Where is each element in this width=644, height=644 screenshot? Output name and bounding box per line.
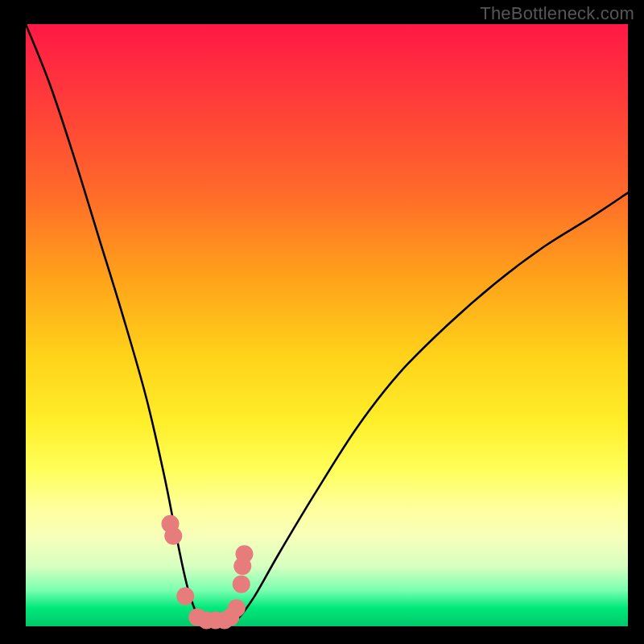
- highlight-dot: [164, 527, 182, 545]
- highlight-dot: [228, 600, 246, 617]
- highlight-dot: [233, 576, 250, 593]
- bottleneck-curve-path: [26, 24, 628, 627]
- highlight-dot: [236, 545, 254, 563]
- curve-layer: [0, 0, 644, 644]
- chart-frame: TheBottleneck.com: [0, 0, 644, 644]
- highlight-dot: [176, 588, 194, 605]
- highlight-dots-group: [162, 515, 254, 630]
